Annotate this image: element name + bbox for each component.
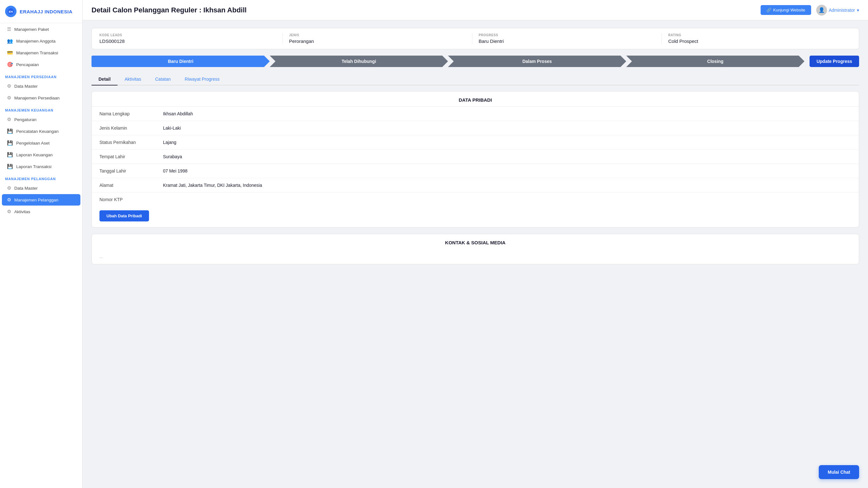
field-key: Alamat [99,183,163,188]
sidebar-item-manajemen-transaksi[interactable]: 💳Manajemen Transaksi [2,47,81,58]
sidebar-item-aktivitas[interactable]: ⚙Aktivitas [2,206,81,217]
field-key: Status Pernikahan [99,140,163,145]
sidebar-item-label: Pencapaian [16,62,39,67]
mulai-chat-button[interactable]: Mulai Chat [819,465,859,479]
sidebar-item-label: Manajemen Transaksi [16,51,58,55]
topbar-right: 🔗 Kunjungi Website 👤 Administrator ▾ [761,5,859,16]
data-pribadi-title: DATA PRIBADI [92,92,859,107]
pencatatan-keuangan-icon: 💾 [7,128,13,134]
sidebar-item-pencatatan-keuangan[interactable]: 💾Pencatatan Keuangan [2,125,81,137]
rating-value: Cold Prospect [668,38,845,44]
svg-text:EH: EH [9,10,13,13]
page-title: Detail Calon Pelanggan Reguler : Ikhsan … [92,6,247,14]
pencapaian-icon: 🎯 [7,62,13,67]
sidebar-item-label: Manajemen Pelanggan [14,197,58,203]
jenis-value: Perorangan [289,38,466,44]
visit-website-label: Kunjungi Website [773,8,805,12]
data-pribadi-card: DATA PRIBADI Nama LengkapIkhsan Abdillah… [92,91,859,227]
sidebar-item-label: Aktivitas [14,209,30,214]
avatar: 👤 [816,5,827,16]
sidebar-item-label: Laporan Transaksi [16,164,52,169]
table-row: Jenis KelaminLaki-Laki [92,121,859,135]
progress-step-baru-dientri[interactable]: Baru Dientri [92,56,270,67]
aktivitas-icon: ⚙ [7,209,11,214]
kontak-title: KONTAK & SOSIAL MEDIA [92,234,859,249]
progress-item: PROGRESS Baru Dientri [472,33,662,44]
data-master-pelanggan-icon: ⚙ [7,185,11,191]
ubah-data-pribadi-button[interactable]: Ubah Data Pribadi [99,210,149,221]
sidebar-section-label: MANAJEMEN KEUANGAN [0,104,82,114]
update-progress-button[interactable]: Update Progress [810,56,859,67]
admin-dropdown[interactable]: 👤 Administrator ▾ [816,5,859,16]
sidebar-item-pencapaian[interactable]: 🎯Pencapaian [2,59,81,70]
laporan-keuangan-icon: 💾 [7,152,13,158]
kontak-placeholder: ... [92,249,859,264]
main-content: Detail Calon Pelanggan Reguler : Ikhsan … [83,0,868,488]
manajemen-anggota-icon: 👥 [7,38,13,44]
sidebar-item-label: Laporan Keuangan [16,152,53,157]
sidebar-item-label: Manajemen Paket [14,27,49,32]
sidebar-item-label: Manajemen Persediaan [14,96,60,100]
tab-catatan[interactable]: Catatan [148,73,178,86]
sidebar-item-laporan-transaksi[interactable]: 💾Laporan Transaksi [2,161,81,172]
sidebar-item-manajemen-persediaan[interactable]: ⚙Manajemen Persediaan [2,92,81,103]
field-value: Kramat Jati, Jakarta Timur, DKI Jakarta,… [163,183,262,188]
manajemen-pelanggan-icon: ⚙ [7,197,11,203]
table-row: Nama LengkapIkhsan Abdillah [92,107,859,121]
progress-step-closing[interactable]: Closing [626,56,804,67]
progress-step-dalam-proses[interactable]: Dalam Proses [448,56,626,67]
topbar: Detail Calon Pelanggan Reguler : Ikhsan … [83,0,868,20]
sidebar-item-pengaturan[interactable]: ⚙Pengaturan [2,114,81,125]
progress-step-telah-dihubungi[interactable]: Telah Dihubungi [270,56,448,67]
sidebar-section-label: MANAJEMEN PELANGGAN [0,173,82,182]
jenis-label: JENIS [289,33,466,37]
sidebar-item-manajemen-pelanggan[interactable]: ⚙Manajemen Pelanggan [2,194,81,206]
chevron-down-icon: ▾ [857,8,859,13]
field-key: Jenis Kelamin [99,125,163,130]
visit-website-button[interactable]: 🔗 Kunjungi Website [761,5,811,15]
table-row: Nomor KTP [92,192,859,207]
table-row: Status PernikahanLajang [92,135,859,150]
sidebar-item-pengelolaan-aset[interactable]: 💾Pengelolaan Aset [2,137,81,149]
kode-leads-value: LDS000128 [99,38,276,44]
field-key: Tempat Lahir [99,154,163,159]
sidebar-item-label: Pengaturan [14,117,36,122]
sidebar-item-label: Data Master [14,186,38,191]
sidebar-item-label: Manajemen Anggota [16,39,56,43]
sidebar-logo: EH ERAHAJJ INDONESIA [0,0,82,23]
manajemen-transaksi-icon: 💳 [7,50,13,56]
tab-riwayat-progress[interactable]: Riwayat Progress [178,73,226,86]
external-link-icon: 🔗 [766,8,771,12]
rating-label: RATING [668,33,845,37]
pengelolaan-aset-icon: 💾 [7,140,13,146]
sidebar-item-manajemen-paket[interactable]: ☰Manajemen Paket [2,24,81,35]
progress-steps: Baru DientriTelah DihubungiDalam ProsesC… [92,56,859,67]
sidebar-item-laporan-keuangan[interactable]: 💾Laporan Keuangan [2,149,81,160]
pengaturan-icon: ⚙ [7,117,11,122]
sidebar: EH ERAHAJJ INDONESIA ☰Manajemen Paket👥Ma… [0,0,83,488]
progress-label: PROGRESS [479,33,655,37]
info-bar: KODE LEADS LDS000128 JENIS Perorangan PR… [92,28,859,49]
field-value: Lajang [163,140,176,145]
admin-label: Administrator [829,8,855,13]
field-value: Ikhsan Abdillah [163,111,193,116]
field-key: Tanggal Lahir [99,169,163,174]
sidebar-item-data-master-pelanggan[interactable]: ⚙Data Master [2,182,81,194]
sidebar-item-manajemen-anggota[interactable]: 👥Manajemen Anggota [2,35,81,47]
field-key: Nama Lengkap [99,111,163,116]
manajemen-paket-icon: ☰ [7,26,11,32]
data-master-persediaan-icon: ⚙ [7,83,11,89]
progress-value: Baru Dientri [479,38,655,44]
sidebar-item-label: Pencatatan Keuangan [16,129,59,134]
table-row: Tanggal Lahir07 Mei 1998 [92,164,859,178]
kontak-card: KONTAK & SOSIAL MEDIA ... [92,234,859,264]
tab-aktivitas[interactable]: Aktivitas [118,73,148,86]
sidebar-item-data-master-persediaan[interactable]: ⚙Data Master [2,81,81,92]
sidebar-section-label: MANAJEMEN PERSEDIAAN [0,70,82,80]
tabs: DetailAktivitasCatatanRiwayat Progress [92,73,859,86]
tab-detail[interactable]: Detail [92,73,118,86]
person-icon: 👤 [818,7,825,13]
sidebar-item-label: Data Master [14,84,38,89]
logo-icon: EH [5,6,17,17]
table-row: AlamatKramat Jati, Jakarta Timur, DKI Ja… [92,178,859,192]
